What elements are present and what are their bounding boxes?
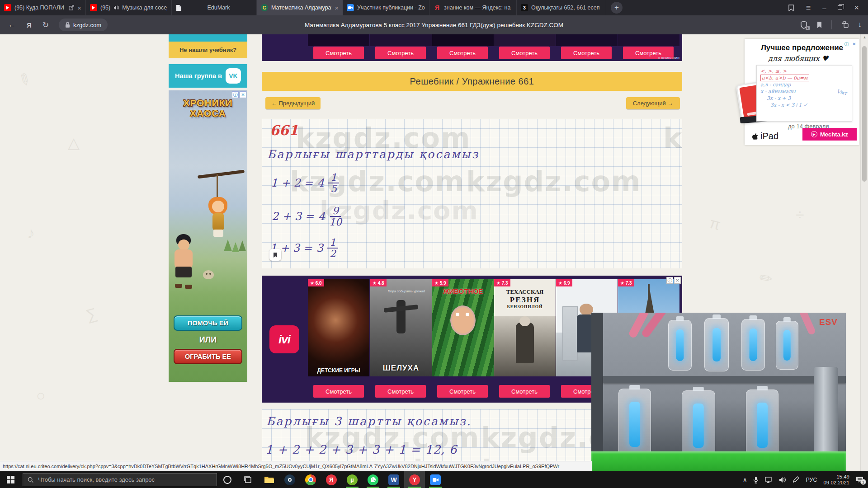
scrollbar-thumb[interactable] (862, 46, 867, 182)
sidebar-game-ad[interactable]: ⓘ ✕ ХРОНИКИ ХАОСА (169, 90, 247, 382)
doodle-pencil-icon: ✎ (14, 69, 35, 91)
tab-yandex-search[interactable]: Я знание ком — Яндекс: на (429, 0, 517, 15)
watch-button[interactable]: Смотреть (375, 47, 426, 59)
download-icon[interactable]: ↓ (858, 20, 862, 29)
tab-youtube-1[interactable]: (95) Куда ПОПАЛИ А × (0, 0, 86, 15)
ad-close-icon[interactable]: ✕ (851, 41, 858, 47)
rating-badge: ★ 7.3 (618, 279, 634, 286)
ad-help-button[interactable]: ПОМОЧЬ ЕЙ (174, 315, 242, 331)
video-ad-overlay[interactable]: ESV (591, 313, 846, 471)
watch-button[interactable]: Смотреть (375, 385, 426, 398)
whatsapp-icon[interactable] (363, 471, 383, 488)
yandex-button[interactable]: Я (27, 21, 32, 29)
ad-info-icon[interactable]: ⓘ (666, 277, 673, 284)
yandex-browser-icon[interactable]: Y (404, 471, 425, 488)
movie-poster-chucky[interactable]: ★ 6.0 ДЕТСКИЕ ИГРЫ (308, 279, 369, 376)
bottle-shape (746, 389, 778, 461)
watch-button[interactable]: Смотреть (313, 47, 364, 59)
movie-title: ТЕХАССКАЯ РЕЗНЯ БЕНЗОПИЛОЙ (494, 288, 556, 309)
close-window-icon[interactable]: × (854, 3, 859, 13)
prev-button[interactable]: ← Предыдущий (265, 97, 321, 109)
tab-panel-icon[interactable] (788, 5, 794, 11)
doodle-note-icon: ♪ (27, 224, 35, 242)
scroll-up-icon[interactable]: ▲ (861, 35, 868, 39)
doodle-triangle-icon: △ (68, 134, 80, 152)
menu-icon[interactable]: ≡ (806, 3, 811, 13)
watch-button[interactable]: Смотреть (313, 385, 364, 398)
start-button[interactable] (0, 471, 21, 488)
tab-edumark[interactable]: EduMark (172, 0, 257, 15)
ivi-logo[interactable]: ivi (269, 325, 299, 353)
collections-icon[interactable] (841, 21, 849, 28)
solution-line: 2 + 3 =4 910 (272, 206, 342, 227)
task-view-button[interactable] (238, 471, 259, 488)
word-icon[interactable]: W (383, 471, 404, 488)
back-icon[interactable]: ← (8, 20, 16, 29)
language-indicator[interactable]: РУС (806, 477, 817, 483)
protect-shield-icon[interactable]: 1 (800, 21, 807, 29)
search-input[interactable] (38, 476, 212, 483)
ad-close-icon[interactable]: ✕ (240, 91, 246, 98)
save-bookmark-button[interactable] (269, 249, 281, 261)
refresh-icon[interactable]: ↻ (42, 20, 49, 30)
network-display-icon[interactable] (765, 477, 773, 483)
ad-about-link[interactable]: о компании (658, 56, 679, 60)
taskbar-search[interactable] (23, 473, 217, 486)
utorrent-icon[interactable]: µ (342, 471, 363, 488)
ad-rob-button[interactable]: ОГРАБИТЬ ЕЕ (174, 349, 242, 364)
watch-button[interactable]: Смотреть (561, 47, 612, 59)
tab-zoom[interactable]: Участник публикации - Zo (343, 0, 429, 15)
clock[interactable]: 15:49 09.02.2021 (823, 474, 849, 486)
chrome-icon[interactable] (300, 471, 321, 488)
notifications-button[interactable]: 1 (856, 476, 863, 483)
page-title: Математика Алдамуратова 5 класс 2017 Упр… (0, 15, 868, 34)
ipad-ad[interactable]: ⓘ ✕ Лучшее предложение для любящих ♥ <, … (745, 39, 859, 145)
restore-icon[interactable] (838, 5, 842, 10)
sidebar-not-found-banner[interactable]: Не нашли учебник? (169, 42, 247, 58)
mechta-cta-button[interactable]: ▶ Mechta.kz (802, 128, 857, 141)
ad-info-icon[interactable]: ⓘ (843, 41, 850, 47)
top-movie-banner[interactable]: Смотреть Смотреть Смотреть Смотреть Смот… (262, 34, 682, 61)
solution-line: 1 + 2 + 2 + 3 + 3 + 1 = 12, 6 (265, 443, 457, 456)
minimize-icon[interactable]: – (822, 4, 826, 12)
new-tab-button[interactable]: + (611, 2, 623, 14)
watch-button[interactable]: Смотреть (437, 385, 488, 398)
next-button[interactable]: Следующий → (626, 97, 680, 109)
bottle-shape (618, 389, 651, 460)
ad-close-icon[interactable]: ✕ (674, 277, 681, 284)
bottle-shape (668, 320, 692, 371)
bottle-shape (776, 321, 798, 370)
tab-okulyk[interactable]: 3 Оқулықтағы 652, 661 есеп (517, 0, 606, 15)
movie-poster-zhivotnoe[interactable]: ★ 5.9 ЖИВОТНОЕ (432, 279, 494, 376)
ad-info-icon[interactable]: ⓘ (232, 91, 239, 98)
tray-expand-icon[interactable]: ∧ (743, 476, 747, 483)
watch-button[interactable]: Смотреть (499, 385, 550, 398)
shield-badge: 1 (806, 26, 809, 30)
tab-audio-icon[interactable] (113, 5, 119, 10)
pen-icon[interactable] (793, 476, 799, 483)
sidebar-vk-banner[interactable]: Наша группа в VK (169, 64, 247, 88)
doodle-pencil-icon: ✎ (755, 267, 776, 289)
tab-title: Математика Алдамурат (271, 5, 331, 11)
address-bar: ← Я ↻ kzgdz.com Математика Алдамуратова … (0, 15, 868, 34)
watch-button[interactable]: Смотреть (499, 47, 550, 59)
speaker-icon[interactable] (779, 477, 786, 483)
watch-button[interactable]: Смотреть (437, 47, 488, 59)
url-field[interactable]: kzgdz.com (59, 19, 108, 31)
close-tab-icon[interactable]: × (77, 4, 81, 12)
close-tab-icon[interactable]: × (335, 4, 339, 12)
watermark: kz (663, 122, 682, 155)
microphone-icon[interactable] (753, 476, 759, 483)
zoom-app-icon[interactable] (425, 471, 446, 488)
file-explorer-icon[interactable] (259, 471, 279, 488)
scrollbar[interactable]: ▲ (860, 34, 868, 471)
popout-icon[interactable] (69, 5, 74, 10)
bookmark-icon[interactable] (816, 21, 822, 28)
cortana-button[interactable] (217, 471, 238, 488)
movie-poster-shelukha[interactable]: ★ 4.8 Пора собирать урожай ШЕЛУХА (370, 279, 432, 376)
tab-youtube-2[interactable]: (95) Музыка для сосед (86, 0, 172, 15)
movie-poster-texas[interactable]: ★ 7.3 ТЕХАССКАЯ РЕЗНЯ БЕНЗОПИЛОЙ (494, 279, 556, 376)
steam-icon[interactable] (279, 471, 300, 488)
yandex-app-icon[interactable]: Я (321, 471, 342, 488)
tab-kzgdz-active[interactable]: G Математика Алдамурат × (257, 0, 343, 15)
